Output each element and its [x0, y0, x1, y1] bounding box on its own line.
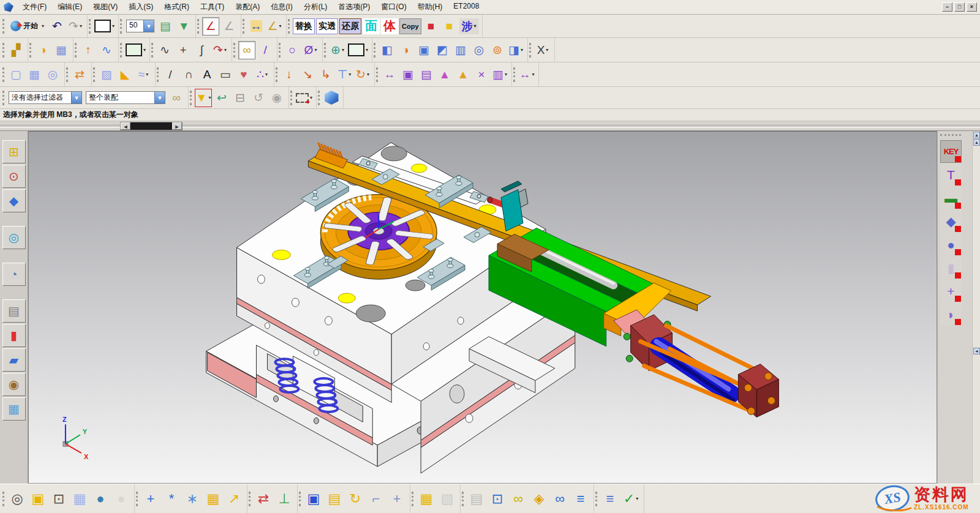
- vertical-scrollbar[interactable]: ▲ ▲ ◄: [972, 131, 980, 484]
- datum-plane-swatch[interactable]: ▾: [125, 41, 146, 59]
- structure-report-button[interactable]: ≡: [571, 488, 590, 510]
- resize-cylinder-button[interactable]: ▲: [454, 66, 472, 84]
- link-part-button[interactable]: ▬: [940, 187, 962, 209]
- plate-part-button[interactable]: ●: [940, 233, 962, 256]
- menu-window[interactable]: 窗口(O): [375, 0, 412, 14]
- menu-tools[interactable]: 工具(T): [195, 0, 230, 14]
- blend-button[interactable]: ⊚: [489, 41, 506, 59]
- revolve-button[interactable]: ◑: [397, 41, 414, 59]
- dropdown-arrow-icon[interactable]: ▾: [310, 95, 312, 100]
- move-component-button[interactable]: ↗: [224, 488, 244, 510]
- hydraulic-cylinder[interactable]: [614, 310, 779, 417]
- toolbar-drag-handle[interactable]: [940, 134, 961, 138]
- promote-body-button[interactable]: ▧: [437, 488, 457, 510]
- menu-preferences[interactable]: 首选项(P): [333, 0, 375, 14]
- system-materials-tab[interactable]: ▤: [2, 299, 26, 323]
- find-in-navigator-button[interactable]: ◉: [268, 89, 285, 107]
- add-component-button[interactable]: +: [141, 488, 160, 510]
- layer-combo[interactable]: 50▼: [126, 20, 154, 32]
- offset-face-button[interactable]: ▨: [98, 66, 115, 84]
- rectangle-select-button[interactable]: ▾: [295, 89, 313, 107]
- menu-information[interactable]: 信息(I): [265, 0, 298, 14]
- new-parent-button[interactable]: ∗: [183, 488, 202, 510]
- menu-help[interactable]: 帮助(H): [412, 0, 448, 14]
- menu-analysis[interactable]: 分析(L): [298, 0, 333, 14]
- scroll-right-arrow[interactable]: ►: [172, 122, 182, 130]
- dropdown-arrow-icon[interactable]: ▾: [112, 23, 115, 29]
- wave-link-button[interactable]: +: [387, 488, 407, 510]
- dropdown-arrow-icon[interactable]: ▾: [279, 23, 282, 29]
- graphics-viewport[interactable]: Z Y X: [28, 131, 937, 484]
- divide-curve-button[interactable]: +: [175, 41, 192, 59]
- screw-part-button[interactable]: T: [940, 163, 962, 186]
- block-button[interactable]: ▣: [415, 41, 432, 59]
- context-report-button[interactable]: ≡: [600, 488, 620, 510]
- copy-face-button[interactable]: Copy: [399, 18, 421, 34]
- trim-curve-button[interactable]: ∿: [156, 41, 173, 59]
- chamfer-button[interactable]: ◨▾: [507, 41, 524, 59]
- bounded-plane-button[interactable]: ◎: [44, 66, 61, 84]
- dropdown-arrow-icon[interactable]: ▾: [146, 72, 148, 77]
- circle-radius-button[interactable]: Ø▾: [302, 41, 319, 59]
- internet-explorer-tab[interactable]: ◎: [2, 226, 26, 249]
- scene-tab[interactable]: ▰: [2, 348, 26, 372]
- arc-button[interactable]: ∩: [180, 66, 197, 84]
- selection-scope-combo[interactable]: 整个装配▼: [86, 91, 165, 104]
- menu-insert[interactable]: 插入(S): [123, 0, 159, 14]
- datum-plane-button[interactable]: ↑: [80, 41, 97, 59]
- profile-button[interactable]: ♥: [235, 66, 252, 84]
- group-components-button[interactable]: ▦: [417, 488, 436, 510]
- lightweight-display-button[interactable]: ▦: [70, 488, 89, 510]
- fitting-part-button[interactable]: +: [940, 280, 962, 302]
- dropdown-arrow-icon[interactable]: ▾: [367, 72, 369, 77]
- wave-geometry-button[interactable]: ◈: [529, 488, 549, 510]
- stretch-surface-button[interactable]: ∿: [98, 41, 115, 59]
- open-component-button[interactable]: ▣: [28, 488, 48, 510]
- dropdown-arrow-icon[interactable]: ▾: [42, 23, 44, 29]
- dropdown-arrow-icon[interactable]: ▾: [474, 23, 477, 29]
- sheet-wave-button[interactable]: ≈▾: [135, 66, 152, 84]
- offset-surface-button[interactable]: ▦: [53, 41, 70, 59]
- dropdown-arrow-icon[interactable]: ▾: [505, 72, 507, 77]
- check-mate-button[interactable]: ✓▾: [621, 488, 641, 510]
- yellow-cube-display-button[interactable]: ■: [441, 17, 458, 36]
- replace-reference-button[interactable]: 替换: [293, 18, 315, 34]
- structure-edit-button[interactable]: ⌐: [366, 488, 386, 510]
- split-body-button[interactable]: ▥: [452, 41, 469, 59]
- line-button[interactable]: /: [162, 66, 179, 84]
- resize-face-width-button[interactable]: ↔▾: [518, 66, 535, 84]
- bracket-part-button[interactable]: ◆: [940, 210, 962, 233]
- dropdown-arrow-icon[interactable]: ▾: [342, 47, 344, 53]
- dropdown-arrow-icon[interactable]: ▾: [349, 72, 351, 77]
- rollback-button[interactable]: ↩: [213, 89, 230, 107]
- restore-button[interactable]: □: [954, 2, 965, 12]
- pattern-component-button[interactable]: ▦: [203, 488, 223, 510]
- boolean-shapes-button[interactable]: ⊕▾: [329, 41, 346, 59]
- delete-face-button[interactable]: ×: [473, 66, 490, 84]
- extrude-button[interactable]: ◧: [379, 41, 396, 59]
- section-curve-button[interactable]: ⊤▾: [336, 66, 353, 84]
- sequence-button[interactable]: ↻: [345, 488, 365, 510]
- circle-points-button[interactable]: ○: [284, 41, 301, 59]
- scroll-mid-button[interactable]: ◄: [973, 348, 980, 354]
- through-mesh-button[interactable]: ▦: [26, 66, 43, 84]
- relations-browser-button[interactable]: ∞: [550, 488, 570, 510]
- combine-projection-button[interactable]: ↘: [299, 66, 316, 84]
- part-navigator-tab[interactable]: ◆: [2, 189, 26, 212]
- project-curve-button[interactable]: ↓: [281, 66, 298, 84]
- chain-select-button[interactable]: ∞: [238, 41, 255, 59]
- reset-filter-button[interactable]: ↺: [250, 89, 267, 107]
- body-display-button[interactable]: 体: [381, 18, 398, 34]
- translucency-button[interactable]: 实透: [316, 18, 338, 34]
- dropdown-arrow-icon[interactable]: ▾: [521, 47, 523, 53]
- dropdown-arrow-icon[interactable]: ▾: [265, 72, 268, 77]
- move-to-layer-button[interactable]: ▼: [175, 17, 192, 36]
- interpart-select-button[interactable]: ∞: [168, 89, 185, 107]
- scroll-thumb[interactable]: [130, 122, 172, 130]
- extend-curve-button[interactable]: ↷▾: [211, 41, 228, 59]
- menu-et2008[interactable]: ET2008: [448, 0, 484, 14]
- horizontal-scrollbar[interactable]: ◄ ►: [120, 122, 183, 130]
- dropdown-arrow-icon[interactable]: ▾: [143, 47, 146, 53]
- dropdown-arrow-icon[interactable]: ▾: [208, 95, 211, 100]
- wcs-orient-button[interactable]: ∠: [221, 17, 238, 36]
